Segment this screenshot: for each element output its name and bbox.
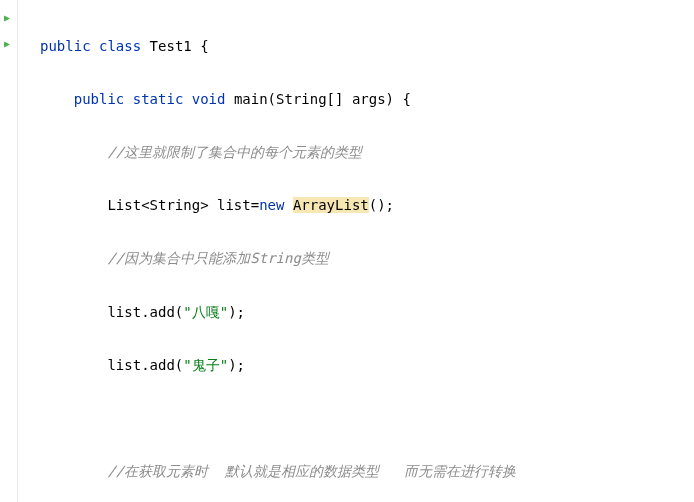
- code-text: );: [228, 304, 245, 320]
- comment: //这里就限制了集合中的每个元素的类型: [107, 144, 362, 160]
- keyword: static: [133, 91, 184, 107]
- code-editor[interactable]: public class Test1 { public static void …: [0, 6, 694, 502]
- keyword: class: [99, 38, 141, 54]
- run-gutter-icon[interactable]: ▶: [4, 8, 12, 16]
- editor-gutter: ▶ ▶: [0, 0, 18, 502]
- comment: //在获取元素时 默认就是相应的数据类型 而无需在进行转换: [107, 463, 516, 479]
- code-text: list.add(: [107, 357, 183, 373]
- code-line: //这里就限制了集合中的每个元素的类型: [40, 139, 694, 166]
- keyword: public: [74, 91, 125, 107]
- code-text: );: [228, 357, 245, 373]
- comment: //因为集合中只能添加String类型: [107, 250, 328, 266]
- keyword: public: [40, 38, 91, 54]
- code-line: public static void main(String[] args) {: [40, 86, 694, 113]
- class-name: Test1 {: [141, 38, 208, 54]
- code-line: list.add("鬼子");: [40, 352, 694, 379]
- string-literal: "八嘎": [183, 304, 228, 320]
- keyword: void: [192, 91, 226, 107]
- code-text: list.add(: [107, 304, 183, 320]
- blank-line: [40, 405, 694, 432]
- code-line: //因为集合中只能添加String类型: [40, 245, 694, 272]
- string-literal: "鬼子": [183, 357, 228, 373]
- keyword: new: [259, 197, 284, 213]
- code-line: //在获取元素时 默认就是相应的数据类型 而无需在进行转换: [40, 458, 694, 485]
- code-text: ();: [369, 197, 394, 213]
- code-line: list.add("八嘎");: [40, 299, 694, 326]
- highlighted-class: ArrayList: [293, 197, 369, 213]
- space: [284, 197, 292, 213]
- code-line: public class Test1 {: [40, 33, 694, 60]
- code-line: List<String> list=new ArrayList();: [40, 192, 694, 219]
- code-text: List<String> list=: [107, 197, 259, 213]
- method-sig: main(String[] args) {: [225, 91, 410, 107]
- run-gutter-icon[interactable]: ▶: [4, 34, 12, 42]
